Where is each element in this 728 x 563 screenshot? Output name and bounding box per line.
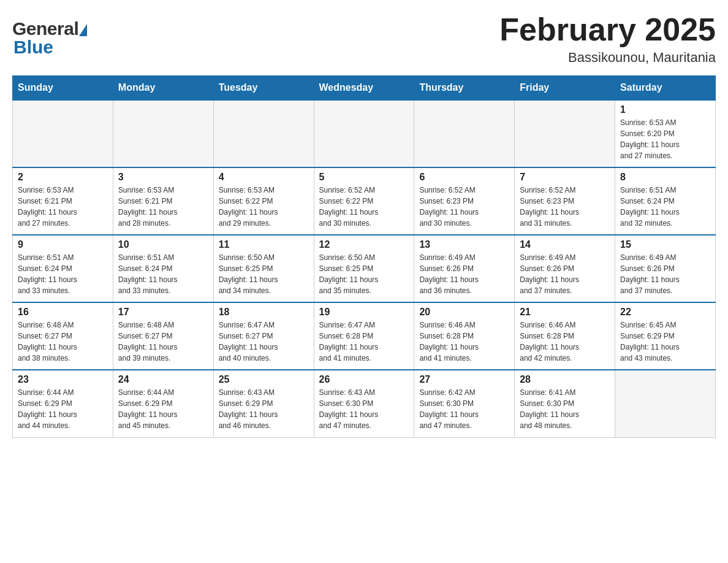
- day-info: Sunrise: 6:47 AMSunset: 6:28 PMDaylight:…: [319, 320, 409, 364]
- day-number: 28: [520, 374, 610, 385]
- calendar-cell: 11Sunrise: 6:50 AMSunset: 6:25 PMDayligh…: [213, 235, 314, 302]
- calendar-cell: 24Sunrise: 6:44 AMSunset: 6:29 PMDayligh…: [113, 370, 213, 437]
- logo: General Blue: [12, 18, 87, 58]
- day-number: 6: [419, 172, 509, 183]
- calendar-cell: 14Sunrise: 6:49 AMSunset: 6:26 PMDayligh…: [515, 235, 615, 302]
- calendar-cell: 15Sunrise: 6:49 AMSunset: 6:26 PMDayligh…: [615, 235, 716, 302]
- calendar-cell: 26Sunrise: 6:43 AMSunset: 6:30 PMDayligh…: [314, 370, 414, 437]
- weekday-header-saturday: Saturday: [615, 76, 716, 101]
- day-number: 5: [319, 172, 409, 183]
- day-info: Sunrise: 6:53 AMSunset: 6:22 PMDaylight:…: [219, 185, 309, 229]
- day-info: Sunrise: 6:44 AMSunset: 6:29 PMDaylight:…: [118, 387, 208, 431]
- calendar-cell: [615, 370, 716, 437]
- title-area: February 2025 Bassikounou, Mauritania: [499, 12, 716, 66]
- day-info: Sunrise: 6:42 AMSunset: 6:30 PMDaylight:…: [419, 387, 509, 431]
- week-row-2: 2Sunrise: 6:53 AMSunset: 6:21 PMDaylight…: [13, 167, 716, 235]
- week-row-5: 23Sunrise: 6:44 AMSunset: 6:29 PMDayligh…: [13, 370, 716, 437]
- day-info: Sunrise: 6:50 AMSunset: 6:25 PMDaylight:…: [219, 252, 309, 296]
- calendar-cell: 28Sunrise: 6:41 AMSunset: 6:30 PMDayligh…: [515, 370, 615, 437]
- calendar-cell: [113, 100, 213, 167]
- day-info: Sunrise: 6:52 AMSunset: 6:23 PMDaylight:…: [419, 185, 509, 229]
- day-number: 26: [319, 374, 409, 385]
- day-info: Sunrise: 6:52 AMSunset: 6:23 PMDaylight:…: [520, 185, 610, 229]
- calendar-cell: [515, 100, 615, 167]
- day-info: Sunrise: 6:44 AMSunset: 6:29 PMDaylight:…: [18, 387, 108, 431]
- calendar-cell: [213, 100, 314, 167]
- day-number: 21: [520, 307, 610, 318]
- week-row-4: 16Sunrise: 6:48 AMSunset: 6:27 PMDayligh…: [13, 302, 716, 370]
- day-number: 27: [419, 374, 509, 385]
- calendar-cell: 1Sunrise: 6:53 AMSunset: 6:20 PMDaylight…: [615, 100, 716, 167]
- day-info: Sunrise: 6:46 AMSunset: 6:28 PMDaylight:…: [419, 320, 509, 364]
- day-number: 12: [319, 239, 409, 250]
- day-info: Sunrise: 6:47 AMSunset: 6:27 PMDaylight:…: [219, 320, 309, 364]
- weekday-header-sunday: Sunday: [13, 76, 113, 101]
- calendar-table: SundayMondayTuesdayWednesdayThursdayFrid…: [12, 75, 716, 438]
- day-number: 20: [419, 307, 509, 318]
- calendar-cell: [13, 100, 113, 167]
- month-year-title: February 2025: [499, 12, 716, 47]
- day-number: 11: [219, 239, 309, 250]
- calendar-cell: 6Sunrise: 6:52 AMSunset: 6:23 PMDaylight…: [414, 167, 515, 235]
- day-number: 13: [419, 239, 509, 250]
- day-number: 25: [219, 374, 309, 385]
- day-info: Sunrise: 6:45 AMSunset: 6:29 PMDaylight:…: [620, 320, 710, 364]
- day-number: 16: [18, 307, 108, 318]
- day-info: Sunrise: 6:48 AMSunset: 6:27 PMDaylight:…: [18, 320, 108, 364]
- week-row-1: 1Sunrise: 6:53 AMSunset: 6:20 PMDaylight…: [13, 100, 716, 167]
- day-info: Sunrise: 6:51 AMSunset: 6:24 PMDaylight:…: [18, 252, 108, 296]
- day-info: Sunrise: 6:48 AMSunset: 6:27 PMDaylight:…: [118, 320, 208, 364]
- day-info: Sunrise: 6:49 AMSunset: 6:26 PMDaylight:…: [520, 252, 610, 296]
- day-info: Sunrise: 6:51 AMSunset: 6:24 PMDaylight:…: [118, 252, 208, 296]
- calendar-cell: 19Sunrise: 6:47 AMSunset: 6:28 PMDayligh…: [314, 302, 414, 370]
- calendar-cell: 16Sunrise: 6:48 AMSunset: 6:27 PMDayligh…: [13, 302, 113, 370]
- calendar-cell: [314, 100, 414, 167]
- calendar-cell: 17Sunrise: 6:48 AMSunset: 6:27 PMDayligh…: [113, 302, 213, 370]
- day-number: 10: [118, 239, 208, 250]
- calendar-cell: 25Sunrise: 6:43 AMSunset: 6:29 PMDayligh…: [213, 370, 314, 437]
- calendar-cell: 9Sunrise: 6:51 AMSunset: 6:24 PMDaylight…: [13, 235, 113, 302]
- day-number: 14: [520, 239, 610, 250]
- calendar-cell: 23Sunrise: 6:44 AMSunset: 6:29 PMDayligh…: [13, 370, 113, 437]
- day-info: Sunrise: 6:43 AMSunset: 6:30 PMDaylight:…: [319, 387, 409, 431]
- calendar-cell: 3Sunrise: 6:53 AMSunset: 6:21 PMDaylight…: [113, 167, 213, 235]
- day-info: Sunrise: 6:41 AMSunset: 6:30 PMDaylight:…: [520, 387, 610, 431]
- day-info: Sunrise: 6:51 AMSunset: 6:24 PMDaylight:…: [620, 185, 710, 229]
- day-info: Sunrise: 6:43 AMSunset: 6:29 PMDaylight:…: [219, 387, 309, 431]
- weekday-header-monday: Monday: [113, 76, 213, 101]
- day-info: Sunrise: 6:50 AMSunset: 6:25 PMDaylight:…: [319, 252, 409, 296]
- day-number: 22: [620, 307, 710, 318]
- calendar-cell: 20Sunrise: 6:46 AMSunset: 6:28 PMDayligh…: [414, 302, 515, 370]
- day-number: 19: [319, 307, 409, 318]
- day-info: Sunrise: 6:49 AMSunset: 6:26 PMDaylight:…: [419, 252, 509, 296]
- calendar-cell: [414, 100, 515, 167]
- calendar-cell: 5Sunrise: 6:52 AMSunset: 6:22 PMDaylight…: [314, 167, 414, 235]
- day-number: 18: [219, 307, 309, 318]
- day-number: 8: [620, 172, 710, 183]
- calendar-cell: 27Sunrise: 6:42 AMSunset: 6:30 PMDayligh…: [414, 370, 515, 437]
- page-header: General Blue February 2025 Bassikounou, …: [12, 12, 716, 66]
- logo-icon: [79, 24, 87, 36]
- weekday-header-row: SundayMondayTuesdayWednesdayThursdayFrid…: [13, 76, 716, 101]
- day-number: 24: [118, 374, 208, 385]
- day-number: 4: [219, 172, 309, 183]
- day-info: Sunrise: 6:49 AMSunset: 6:26 PMDaylight:…: [620, 252, 710, 296]
- week-row-3: 9Sunrise: 6:51 AMSunset: 6:24 PMDaylight…: [13, 235, 716, 302]
- day-number: 17: [118, 307, 208, 318]
- weekday-header-wednesday: Wednesday: [314, 76, 414, 101]
- logo-general: General: [12, 18, 78, 39]
- day-number: 15: [620, 239, 710, 250]
- calendar-cell: 2Sunrise: 6:53 AMSunset: 6:21 PMDaylight…: [13, 167, 113, 235]
- calendar-cell: 18Sunrise: 6:47 AMSunset: 6:27 PMDayligh…: [213, 302, 314, 370]
- day-info: Sunrise: 6:53 AMSunset: 6:20 PMDaylight:…: [620, 117, 710, 161]
- day-number: 1: [620, 104, 710, 115]
- location-title: Bassikounou, Mauritania: [499, 50, 716, 66]
- calendar-cell: 13Sunrise: 6:49 AMSunset: 6:26 PMDayligh…: [414, 235, 515, 302]
- day-number: 3: [118, 172, 208, 183]
- weekday-header-thursday: Thursday: [414, 76, 515, 101]
- calendar-cell: 12Sunrise: 6:50 AMSunset: 6:25 PMDayligh…: [314, 235, 414, 302]
- day-number: 2: [18, 172, 108, 183]
- calendar-cell: 4Sunrise: 6:53 AMSunset: 6:22 PMDaylight…: [213, 167, 314, 235]
- logo-blue: Blue: [13, 37, 53, 57]
- calendar-cell: 21Sunrise: 6:46 AMSunset: 6:28 PMDayligh…: [515, 302, 615, 370]
